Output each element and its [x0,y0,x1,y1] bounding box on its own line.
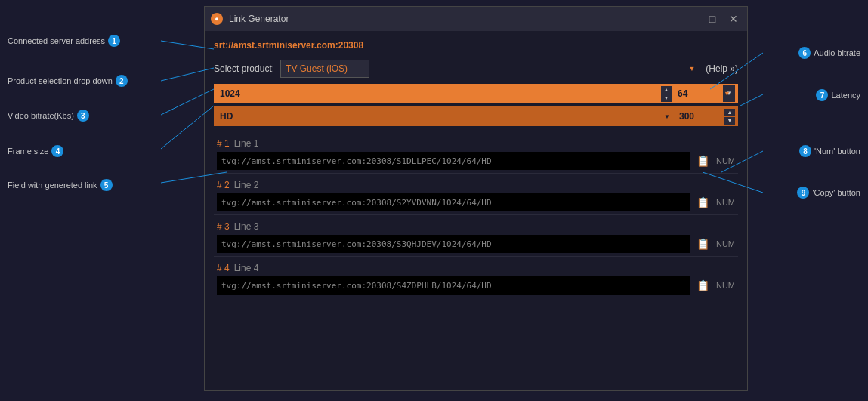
link-group-4: # 4 Line 4 📋 NUM [214,257,738,298]
num-button-4[interactable]: NUM [716,281,735,290]
num-button-3[interactable]: NUM [716,239,735,248]
link-group-1: # 1 Line 1 📋 NUM [214,132,738,174]
link-header-3: # 3 Line 3 [217,221,735,232]
annotation-bubble-8: 8 [799,145,811,157]
minimize-button[interactable]: — [684,11,699,26]
link-label-4: Line 4 [234,263,259,273]
annotation-num-button: 'Num' button 8 [799,145,860,157]
bitrate-spinner: ▲ ▼ [661,86,672,102]
product-label: Select product: [214,63,274,74]
link-number-4: # 4 [217,263,230,273]
bitrate-down-button[interactable]: ▼ [661,94,672,102]
link-row-2: 📋 NUM [217,193,735,211]
bitrate-row: ▲ ▼ ▼ [214,84,738,103]
link-number-3: # 3 [217,221,230,232]
help-button[interactable]: (Help ») [706,63,738,74]
annotation-text-2: Product selection drop down [8,76,113,85]
annotation-bubble-7: 7 [816,89,828,101]
maximize-button[interactable]: □ [705,11,720,26]
annotation-bubble-6: 6 [798,47,811,59]
link-field-2[interactable] [217,193,690,211]
close-button[interactable]: ✕ [726,11,741,26]
link-header-4: # 4 Line 4 [217,263,735,273]
links-section: # 1 Line 1 📋 NUM # 2 Line 2 📋 [214,129,738,384]
link-row-1: 📋 NUM [217,152,735,170]
annotation-bubble-5: 5 [100,179,113,191]
video-bitrate-input[interactable] [217,85,658,102]
link-group-2: # 2 Line 2 📋 NUM [214,174,738,215]
copy-button-3[interactable]: 📋 [695,236,712,252]
annotation-text-9: 'Copy' button [812,188,860,197]
link-field-1[interactable] [217,152,690,170]
link-label-2: Line 2 [234,180,259,190]
link-group-3: # 3 Line 3 📋 NUM [214,215,738,257]
product-select[interactable]: TV Guest (iOS) TV Guest (Android) Broadc… [280,60,369,78]
window-title: Link Generator [229,14,678,24]
server-address: srt://amst.srtminiserver.com:20308 [214,37,738,54]
annotation-generated-link: Field with genereted link 5 [8,179,113,191]
annotation-video-bitrate: Video bitrate(Kbs) 3 [8,110,89,122]
annotation-text-4: Frame size [8,147,48,156]
main-window: ● Link Generator — □ ✕ srt://amst.srtmin… [204,6,748,391]
annotation-text-1: Connected server address [8,36,105,45]
link-row-3: 📋 NUM [217,235,735,253]
quality-select[interactable]: HD SD FHD [217,108,673,125]
annotation-text-3: Video bitrate(Kbs) [8,111,74,120]
link-number-2: # 2 [217,180,230,190]
audio-bitrate-select-wrapper: ▼ [723,85,735,102]
quality-row: HD SD FHD ▲ ▼ [214,106,738,126]
audio-bitrate-input[interactable] [675,85,720,102]
annotation-latency: Latency 7 [816,89,860,101]
quality-select-wrapper: HD SD FHD [217,108,673,125]
annotation-audio-bitrate: Audio bitrate 6 [798,47,860,59]
copy-button-1[interactable]: 📋 [695,153,712,169]
link-row-4: 📋 NUM [217,276,735,295]
link-label-1: Line 1 [234,138,259,149]
annotation-bubble-3: 3 [77,110,89,122]
latency-spinner: ▲ ▼ [724,109,735,125]
link-header-1: # 1 Line 1 [217,138,735,149]
num-button-2[interactable]: NUM [716,198,735,207]
window-controls: — □ ✕ [684,11,741,26]
annotation-text-7: Latency [831,91,860,100]
annotation-text-5: Field with genereted link [8,180,97,190]
annotation-bubble-1: 1 [108,35,120,47]
link-header-2: # 2 Line 2 [217,180,735,190]
copy-button-2[interactable]: 📋 [695,194,712,211]
annotation-copy-button: 'Copy' button 9 [797,187,860,199]
annotation-bubble-4: 4 [51,145,63,157]
audio-dropdown-button[interactable]: ▼ [723,85,735,102]
content-area: srt://amst.srtminiserver.com:20308 Selec… [205,31,747,390]
link-label-3: Line 3 [234,221,259,232]
bitrate-up-button[interactable]: ▲ [661,86,672,94]
link-field-4[interactable] [217,276,690,295]
annotation-connected-server: Connected server address 1 [8,35,120,47]
latency-up-button[interactable]: ▲ [724,109,735,116]
app-icon: ● [211,13,223,25]
annotation-bubble-2: 2 [116,75,128,87]
link-number-1: # 1 [217,138,230,149]
annotation-text-6: Audio bitrate [814,48,860,57]
num-button-1[interactable]: NUM [716,156,735,165]
latency-input[interactable] [676,108,721,125]
annotation-frame-size: Frame size 4 [8,145,63,157]
latency-down-button[interactable]: ▼ [724,117,735,125]
product-select-wrapper: TV Guest (iOS) TV Guest (Android) Broadc… [280,60,700,78]
annotation-text-8: 'Num' button [814,147,860,156]
copy-button-4[interactable]: 📋 [695,277,712,294]
annotation-bubble-9: 9 [797,187,809,199]
link-field-3[interactable] [217,235,690,253]
titlebar: ● Link Generator — □ ✕ [205,7,747,31]
annotation-product-dropdown: Product selection drop down 2 [8,75,128,87]
product-row: Select product: TV Guest (iOS) TV Guest … [214,57,738,81]
